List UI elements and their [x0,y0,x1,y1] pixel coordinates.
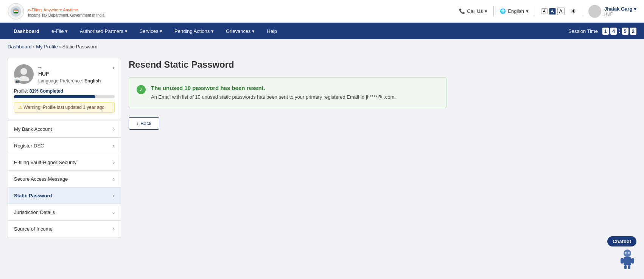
logo-text: e-Filing Anywhere Anytime Income Tax Dep… [28,5,104,17]
sidebar-item-register-dsc[interactable]: Register DSC › [8,138,121,154]
sidebar-item-jurisdiction[interactable]: Jurisdiction Details › [8,204,121,221]
nav-services[interactable]: Services ▾ [134,23,168,39]
success-title: The unused 10 password has been resent. [151,85,396,91]
breadcrumb-current: Static Password [62,44,98,50]
main-nav: Dashboard e-File ▾ Authorised Partners ▾… [0,23,644,39]
breadcrumb: Dashboard › My Profile › Static Password [0,39,644,54]
progress-bar-fill [14,95,95,98]
sidebar-item-source-income-label: Source of Income [14,226,53,232]
svg-text:🇮🇳: 🇮🇳 [14,9,19,14]
profile-top: 📷 -- HUF Language Preference: English › [14,64,115,84]
sidebar-item-source-income[interactable]: Source of Income › [8,221,121,237]
sidebar: 📷 -- HUF Language Preference: English › … [8,58,121,237]
profile-type: HUF [38,71,108,77]
separator3 [582,6,582,17]
user-name: Jhalak Garg ▾ [604,6,636,12]
sidebar-item-bank-account-label: My Bank Account [14,126,52,132]
profile-progress: Profile: 81% Completed [14,88,115,98]
language-button[interactable]: 🌐 English ▾ [500,8,529,14]
emblem-icon: 🇮🇳 [8,3,24,20]
success-content: The unused 10 password has been resent. … [151,85,396,101]
nav-grievances[interactable]: Grievances ▾ [220,23,261,39]
phone-icon: 📞 [459,8,465,14]
breadcrumb-sep1: › [33,44,36,50]
chevron-icon: › [113,127,115,132]
nav-pending-actions[interactable]: Pending Actions ▾ [168,23,220,39]
contrast-button[interactable]: ☀ [571,8,576,15]
chevron-icon: › [113,210,115,215]
nav-efile[interactable]: e-File ▾ [45,23,74,39]
sidebar-item-vault[interactable]: E-filing Vault-Higher Security › [8,154,121,171]
logo-efiling: e-Filing Anywhere Anytime [28,5,104,13]
avatar-wrapper: 📷 [14,64,34,84]
chevron-icon: › [113,193,115,198]
main-content: 📷 -- HUF Language Preference: English › … [0,54,454,249]
success-checkmark-icon: ✓ [137,85,146,94]
user-type: HUF [604,12,636,16]
user-info: Jhalak Garg ▾ HUF [604,6,636,16]
page-title: Resend Static Password [129,59,446,70]
back-arrow-icon: ‹ [137,121,138,126]
chevron-icon: › [113,226,115,232]
profile-card: 📷 -- HUF Language Preference: English › … [8,58,121,119]
globe-icon: 🌐 [500,8,506,14]
font-size-controls: A A A [541,8,565,15]
user-avatar [588,5,601,18]
call-dropdown-icon: ▾ [485,8,487,14]
logo-subtitle: Income Tax Department, Government of Ind… [28,13,104,17]
user-dropdown-icon: ▾ [634,6,636,12]
session-time: Session Time 1 4 : 5 2 [568,28,636,35]
sidebar-item-vault-label: E-filing Vault-Higher Security [14,160,76,165]
camera-icon[interactable]: 📷 [14,77,21,84]
chevron-icon: › [113,143,115,149]
font-small-button[interactable]: A [541,8,548,14]
sidebar-item-register-dsc-label: Register DSC [14,143,44,149]
session-colon: : [618,28,620,34]
content-area: Resend Static Password ✓ The unused 10 p… [129,58,446,237]
separator2 [535,6,535,17]
back-button[interactable]: ‹ Back [129,117,159,130]
sidebar-item-static-password[interactable]: Static Password › [8,188,121,204]
session-digit-3: 5 [622,28,628,35]
chevron-icon: › [113,177,115,182]
user-area[interactable]: Jhalak Garg ▾ HUF [588,5,636,18]
success-description: An Email with list of 10 unused static p… [151,93,396,101]
nav-authorised-partners[interactable]: Authorised Partners ▾ [74,23,134,39]
session-digit-2: 4 [610,28,617,35]
separator [493,6,494,17]
sidebar-item-secure-access[interactable]: Secure Access Message › [8,171,121,188]
profile-expand-button[interactable]: › [113,64,115,71]
chatbot-widget[interactable]: Chatbot [607,236,636,249]
svg-point-4 [20,68,27,75]
chatbot-label: Chatbot [607,236,636,246]
logo-area: 🇮🇳 e-Filing Anywhere Anytime Income Tax … [8,3,104,20]
font-large-button[interactable]: A [557,8,565,15]
nav-dashboard[interactable]: Dashboard [8,23,45,39]
success-box: ✓ The unused 10 password has been resent… [129,78,446,108]
session-digit-1: 1 [602,28,609,35]
font-medium-button[interactable]: A [549,8,556,15]
sidebar-item-jurisdiction-label: Jurisdiction Details [14,209,55,215]
profile-info: -- HUF Language Preference: English [38,64,108,84]
lang-dropdown-icon: ▾ [526,8,529,14]
chevron-icon: › [113,160,115,165]
profile-lang: Language Preference: English [38,78,108,84]
warning-icon: ⚠ [18,105,22,110]
session-digit-4: 2 [630,28,636,35]
breadcrumb-sep2: › [59,44,62,50]
sidebar-menu: My Bank Account › Register DSC › E-filin… [8,121,121,237]
profile-id: -- [38,64,108,70]
nav-help[interactable]: Help [261,23,283,39]
breadcrumb-dashboard[interactable]: Dashboard [8,44,32,50]
warning-box: ⚠ Warning: Profile last updated 1 year a… [14,102,115,113]
header-right: 📞 Call Us ▾ 🌐 English ▾ A A A ☀ Jhalak G… [459,5,636,18]
sidebar-item-bank-account[interactable]: My Bank Account › [8,121,121,138]
sidebar-item-static-password-label: Static Password [14,193,52,198]
top-header: 🇮🇳 e-Filing Anywhere Anytime Income Tax … [0,0,644,23]
progress-label: Profile: 81% Completed [14,88,115,94]
breadcrumb-my-profile[interactable]: My Profile [36,44,58,50]
call-us-button[interactable]: 📞 Call Us ▾ [459,8,487,14]
progress-bar-bg [14,95,115,98]
sidebar-item-secure-access-label: Secure Access Message [14,176,68,182]
